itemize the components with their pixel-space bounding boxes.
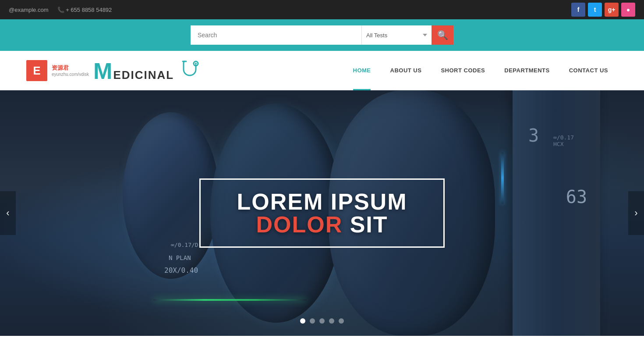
microscope-number-63: 63 xyxy=(566,187,587,207)
facebook-button[interactable]: f xyxy=(571,3,585,17)
stethoscope-icon xyxy=(179,58,200,83)
hero-text-box: LOREM IPSUM DOLOR SIT xyxy=(199,178,445,248)
search-input[interactable] xyxy=(191,25,361,45)
slider-dots xyxy=(300,318,344,324)
microscope-number-3: 3 xyxy=(528,125,539,146)
phone-icon: 📞 xyxy=(57,7,64,13)
googleplus-button[interactable]: g+ xyxy=(605,3,619,17)
search-bar: All Tests Cardiology Neurology Orthopedi… xyxy=(0,19,644,51)
email-info: @example.com xyxy=(9,7,49,13)
nav-departments[interactable]: DEPARTMENTS xyxy=(495,51,559,90)
microscope-text-1: ∞/0.17/D xyxy=(171,242,198,248)
slider-dot-5[interactable] xyxy=(339,318,344,324)
hero-title-highlight: DOLOR xyxy=(256,212,343,237)
logo-M: M xyxy=(93,60,112,82)
dribbble-button[interactable]: ● xyxy=(621,3,635,17)
top-bar-left: @example.com 📞 + 655 8858 54892 xyxy=(9,7,112,13)
nav-contact[interactable]: CONTACT US xyxy=(559,51,618,90)
svg-point-1 xyxy=(195,63,197,64)
logo-text-block: 资源君 eyunzhu.com/vdisk xyxy=(52,64,89,77)
category-dropdown[interactable]: All Tests Cardiology Neurology Orthopedi… xyxy=(361,25,432,45)
logo-brand: MEDICINAL xyxy=(93,58,200,83)
twitter-button[interactable]: t xyxy=(588,3,602,17)
microscope-text-hcx: ∞/0.17HCX xyxy=(553,134,574,147)
lens-4 xyxy=(513,90,600,336)
nav-links: HOME ABOUT US SHORT CODES DEPARTMENTS CO… xyxy=(343,51,618,90)
green-accent-line xyxy=(153,299,307,301)
logo-rest: EDICINAL xyxy=(113,68,174,82)
blue-accent-line xyxy=(501,152,504,204)
hero-slider: ∞/0.17/D N PLAN 20X/0.40 3 ∞/0.17HCX 63 … xyxy=(0,90,644,336)
search-button[interactable]: 🔍 xyxy=(432,25,453,45)
search-container: All Tests Cardiology Neurology Orthopedi… xyxy=(191,25,453,45)
hero-title: LOREM IPSUM DOLOR SIT xyxy=(223,190,421,236)
nav-home[interactable]: HOME xyxy=(343,51,381,90)
search-icon: 🔍 xyxy=(437,30,448,40)
slider-dot-1[interactable] xyxy=(300,318,305,324)
slider-prev-button[interactable]: ‹ xyxy=(0,191,16,235)
logo-letter: E xyxy=(33,65,40,76)
top-bar: @example.com 📞 + 655 8858 54892 f t g+ ● xyxy=(0,0,644,19)
slider-dot-4[interactable] xyxy=(329,318,334,324)
slider-next-button[interactable]: › xyxy=(628,191,644,235)
social-links: f t g+ ● xyxy=(571,3,635,17)
phone-info: 📞 + 655 8858 54892 xyxy=(57,7,112,13)
logo-brand-name: 资源君 xyxy=(52,64,89,72)
hero-title-part1: LOREM IPSUM xyxy=(237,189,407,214)
logo: E 资源君 eyunzhu.com/vdisk MEDICINAL xyxy=(26,58,200,83)
nav-shortcodes[interactable]: SHORT CODES xyxy=(431,51,495,90)
microscope-text-2: N PLAN xyxy=(169,254,191,261)
logo-brand-sub: eyunzhu.com/vdisk xyxy=(52,72,89,77)
slider-dot-3[interactable] xyxy=(319,318,325,324)
logo-icon: E xyxy=(26,60,47,81)
navigation: E 资源君 eyunzhu.com/vdisk MEDICINAL HOME A… xyxy=(0,51,644,90)
slider-dot-2[interactable] xyxy=(310,318,315,324)
microscope-text-3: 20X/0.40 xyxy=(164,266,198,274)
hero-title-part2: SIT xyxy=(350,212,388,237)
nav-about[interactable]: ABOUT US xyxy=(381,51,432,90)
